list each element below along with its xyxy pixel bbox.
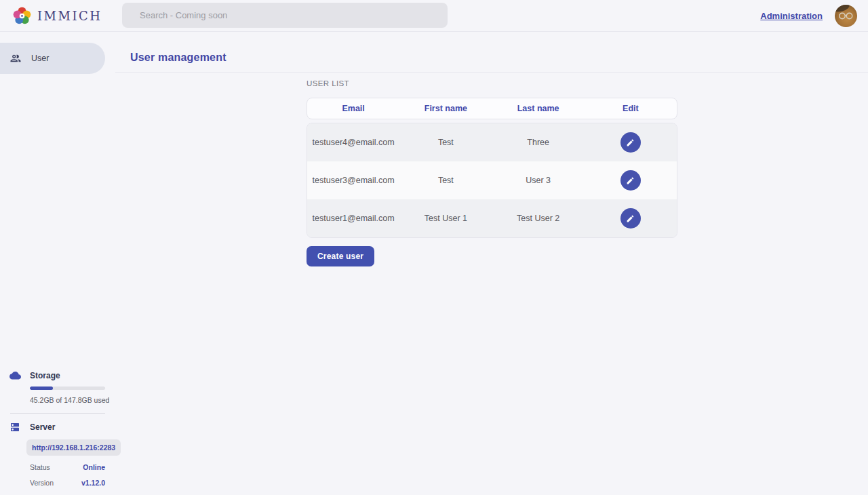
server-status-row: Status Online bbox=[30, 463, 105, 471]
version-value: v1.12.0 bbox=[81, 479, 105, 487]
column-first-name: First name bbox=[399, 104, 492, 113]
user-avatar[interactable] bbox=[835, 5, 857, 27]
topbar-right-group: Administration bbox=[760, 5, 868, 27]
user-email: testuser1@email.com bbox=[307, 214, 399, 223]
immich-logo[interactable]: IMMICH bbox=[0, 7, 102, 25]
table-row: testuser1@email.com Test User 1 Test Use… bbox=[307, 199, 677, 237]
user-table-body: testuser4@email.com Test Three testuser3… bbox=[307, 123, 677, 238]
sidebar-divider bbox=[10, 413, 105, 414]
create-user-button[interactable]: Create user bbox=[307, 246, 374, 266]
column-last-name: Last name bbox=[492, 104, 585, 113]
user-list-panel: USER LIST Email First name Last name Edi… bbox=[307, 79, 677, 266]
admin-sidebar: User Storage 45.2GB of 147.8GB used bbox=[0, 32, 105, 495]
column-edit: Edit bbox=[585, 104, 677, 113]
pencil-icon bbox=[626, 138, 635, 147]
search-input[interactable] bbox=[122, 3, 448, 28]
title-divider bbox=[115, 72, 868, 73]
storage-progress-track bbox=[30, 387, 105, 390]
logo-wordmark: IMMICH bbox=[37, 9, 102, 23]
user-email: testuser3@email.com bbox=[307, 176, 399, 185]
edit-user-button[interactable] bbox=[620, 170, 641, 191]
storage-usage-text: 45.2GB of 147.8GB used bbox=[30, 396, 104, 404]
users-icon bbox=[9, 52, 22, 64]
table-row: testuser4@email.com Test Three bbox=[307, 123, 677, 161]
immich-flower-icon bbox=[13, 7, 31, 25]
pencil-icon bbox=[626, 214, 635, 223]
sidebar-item-user-label: User bbox=[31, 54, 49, 63]
server-url: http://192.168.1.216:2283 bbox=[26, 439, 121, 456]
storage-progress-fill bbox=[30, 387, 53, 390]
server-version-row: Version v1.12.0 bbox=[30, 479, 105, 487]
column-email: Email bbox=[307, 104, 399, 113]
cloud-icon bbox=[9, 370, 21, 380]
user-last-name: Three bbox=[492, 138, 585, 147]
sidebar-item-user[interactable]: User bbox=[0, 43, 105, 74]
immich-admin-app: IMMICH Administration User bbox=[0, 0, 868, 495]
version-label: Version bbox=[30, 479, 54, 487]
edit-user-button[interactable] bbox=[620, 208, 641, 229]
server-section: Server http://192.168.1.216:2283 Status … bbox=[0, 422, 105, 487]
server-icon bbox=[9, 422, 20, 433]
user-first-name: Test User 1 bbox=[399, 214, 492, 223]
glasses-icon bbox=[838, 12, 854, 20]
pencil-icon bbox=[626, 176, 635, 185]
user-last-name: Test User 2 bbox=[492, 214, 585, 223]
user-list-label: USER LIST bbox=[307, 79, 677, 87]
top-bar: IMMICH Administration bbox=[0, 0, 868, 32]
table-row: testuser3@email.com Test User 3 bbox=[307, 161, 677, 199]
storage-title: Storage bbox=[30, 371, 104, 380]
user-first-name: Test bbox=[399, 176, 492, 185]
edit-user-button[interactable] bbox=[620, 132, 641, 153]
page-title: User management bbox=[130, 52, 226, 64]
administration-link[interactable]: Administration bbox=[760, 11, 823, 21]
status-label: Status bbox=[30, 463, 50, 471]
storage-section: Storage 45.2GB of 147.8GB used bbox=[0, 371, 105, 404]
user-table-header: Email First name Last name Edit bbox=[307, 98, 677, 119]
user-email: testuser4@email.com bbox=[307, 138, 399, 147]
user-first-name: Test bbox=[399, 138, 492, 147]
status-value: Online bbox=[83, 463, 105, 471]
user-last-name: User 3 bbox=[492, 176, 585, 185]
sidebar-bottom: Storage 45.2GB of 147.8GB used Server ht… bbox=[0, 371, 105, 487]
server-title: Server bbox=[30, 422, 104, 432]
